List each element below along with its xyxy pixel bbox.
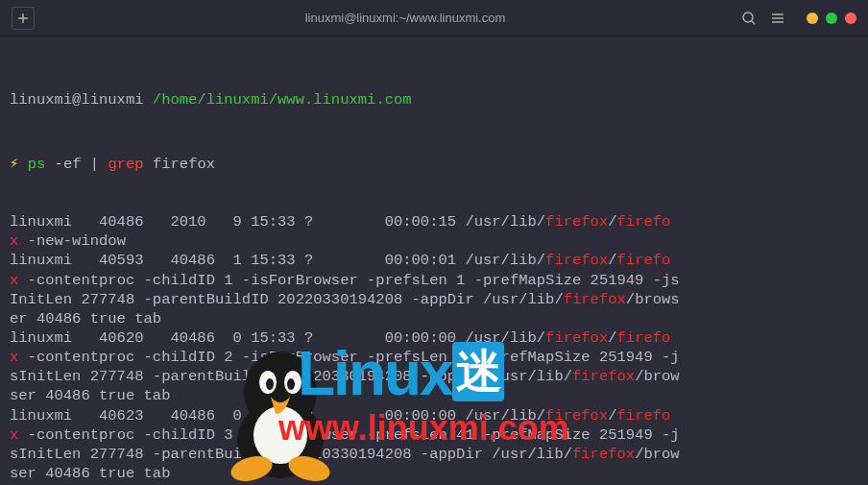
prompt-path: /home/linuxmi/www.linuxmi.com xyxy=(153,91,412,109)
prompt-user: linuxmi@linuxmi xyxy=(10,91,144,109)
maximize-button[interactable] xyxy=(826,12,837,24)
output-line: ser 40486 true tab xyxy=(10,386,858,405)
output-line: linuxmi 40623 40486 0 15:33 ? 00:00:00 /… xyxy=(10,406,858,425)
output-line: linuxmi 40620 40486 0 15:33 ? 00:00:00 /… xyxy=(10,328,858,348)
cmd-grep: grep xyxy=(108,156,143,173)
titlebar: linuxmi@linuxmi:~/www.linuxmi.com xyxy=(0,0,868,36)
menu-button[interactable] xyxy=(770,11,785,26)
output-line: linuxmi 40593 40486 1 15:33 ? 00:00:01 /… xyxy=(10,251,858,270)
pipe: | xyxy=(90,156,99,173)
new-tab-button[interactable] xyxy=(12,7,35,30)
output-line: x -contentproc -childID 2 -isForBrowser … xyxy=(10,348,858,367)
hamburger-icon xyxy=(770,11,785,26)
close-button[interactable] xyxy=(845,12,856,24)
cmd-flags: -ef xyxy=(55,156,82,173)
output-line: InitLen 277748 -parentBuildID 2022033019… xyxy=(10,290,858,309)
titlebar-right xyxy=(741,11,856,26)
output-line: sInitLen 277748 -parentBuildID 202203301… xyxy=(10,445,858,464)
output-line: er 40486 true tab xyxy=(10,309,858,328)
window-controls xyxy=(807,12,856,24)
output-line: linuxmi 40486 2010 9 15:33 ? 00:00:15 /u… xyxy=(10,212,858,231)
search-icon xyxy=(741,11,757,26)
cmd-arg: firefox xyxy=(153,156,215,173)
window-title: linuxmi@linuxmi:~/www.linuxmi.com xyxy=(69,11,741,25)
cmd-ps: ps xyxy=(28,156,46,173)
prompt-line-1: linuxmi@linuxmi /home/linuxmi/www.linuxm… xyxy=(10,90,858,109)
output-line: x -new-window xyxy=(10,231,858,251)
terminal-content[interactable]: linuxmi@linuxmi /home/linuxmi/www.linuxm… xyxy=(0,36,868,485)
output-line: sInitLen 277748 -parentBuildID 202203301… xyxy=(10,367,858,386)
output: linuxmi 40486 2010 9 15:33 ? 00:00:15 /u… xyxy=(10,212,858,485)
output-line: ser 40486 true tab xyxy=(10,464,858,483)
titlebar-left xyxy=(12,7,69,30)
minimize-button[interactable] xyxy=(807,12,818,24)
output-line: x -contentproc -childID 1 -isForBrowser … xyxy=(10,271,858,290)
svg-point-0 xyxy=(743,12,753,22)
output-line: x -contentproc -childID 3 -isForBrowser … xyxy=(10,425,858,445)
lightning-icon: ⚡ xyxy=(10,156,18,173)
search-button[interactable] xyxy=(741,11,757,26)
plus-icon xyxy=(16,12,30,25)
prompt-line-2: ⚡ ps -ef | grep firefox xyxy=(10,155,858,174)
